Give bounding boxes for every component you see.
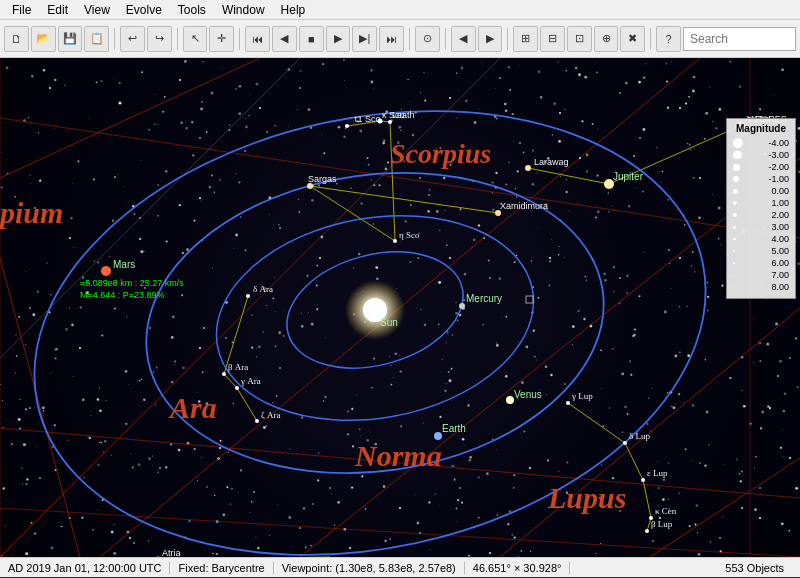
tb-realtime[interactable]: ⊙ (415, 26, 440, 52)
menu-help[interactable]: Help (273, 1, 314, 19)
svg-point-83 (329, 487, 331, 489)
mag-label-3: -2.00 (768, 162, 789, 172)
svg-line-20 (568, 403, 625, 443)
magnitude-title: Magnitude (733, 123, 789, 134)
svg-point-55 (139, 217, 141, 219)
tb-remove[interactable]: ✖ (620, 26, 645, 52)
tb-add[interactable]: ⊕ (594, 26, 619, 52)
tb-stepfwd[interactable]: ▶| (352, 26, 377, 52)
mag-label-11: 6.00 (771, 258, 789, 268)
menu-evolve[interactable]: Evolve (118, 1, 170, 19)
tb-redo[interactable]: ↪ (147, 26, 172, 52)
svg-point-51 (619, 92, 621, 94)
toolbar-sep6 (507, 28, 508, 50)
status-viewpoint: Fixed: Barycentre (170, 562, 273, 574)
label-pium: pium (0, 196, 63, 229)
svg-point-89 (719, 537, 721, 539)
svg-point-97 (39, 477, 41, 479)
svg-point-115 (641, 478, 645, 482)
menu-edit[interactable]: Edit (39, 1, 76, 19)
toolbar-sep5 (445, 28, 446, 50)
label-gammaara: γ Ara (240, 376, 261, 386)
mag-label-12: 7.00 (771, 270, 789, 280)
svg-point-84 (399, 507, 401, 509)
svg-point-44 (179, 79, 181, 81)
svg-point-47 (299, 87, 301, 89)
svg-point-68 (79, 347, 81, 349)
svg-point-64 (699, 177, 701, 179)
svg-point-102 (345, 124, 349, 128)
tb-select[interactable]: ↖ (183, 26, 208, 52)
status-datetime: AD 2019 Jan 01, 12:00:00 UTC (8, 562, 170, 574)
label-kappacen: κ Cen (655, 506, 677, 516)
svg-rect-123 (526, 296, 533, 303)
svg-point-90 (759, 517, 761, 519)
label-atria: Atria (162, 548, 181, 557)
tb-grid3[interactable]: ⊡ (567, 26, 592, 52)
tb-save[interactable]: 💾 (58, 26, 83, 52)
tb-save2[interactable]: 📋 (84, 26, 109, 52)
mag-row-10: 5.00 (733, 246, 789, 256)
tb-open[interactable]: 📂 (31, 26, 56, 52)
sky-overlay: Scorpius Ara Norma Lupus Triangulum pium… (0, 58, 800, 557)
svg-point-58 (319, 257, 321, 259)
mag-row-5: 0.00 (733, 186, 789, 196)
tb-grid1[interactable]: ⊞ (513, 26, 538, 52)
tb-fastfwd[interactable]: ⏭ (379, 26, 404, 52)
search-input[interactable] (683, 27, 796, 51)
mars-info-2: M=4.644 : P=23.89% (80, 290, 165, 300)
label-lupus: Lupus (547, 481, 626, 514)
toolbar-sep7 (650, 28, 651, 50)
tb-zoom-next[interactable]: ▶ (478, 26, 503, 52)
mag-row-3: -2.00 (733, 162, 789, 172)
tb-help[interactable]: ? (656, 26, 681, 52)
label-venus: Venus (514, 389, 542, 400)
svg-point-49 (499, 77, 501, 79)
svg-point-36 (459, 303, 465, 309)
tb-new[interactable]: 🗋 (4, 26, 29, 52)
label-deltaara: δ Ara (253, 284, 273, 294)
tb-stepback[interactable]: ◀ (272, 26, 297, 52)
tb-zoom-prev[interactable]: ◀ (451, 26, 476, 52)
statusbar: AD 2019 Jan 01, 12:00:00 UTC Fixed: Bary… (0, 557, 800, 577)
menu-view[interactable]: View (76, 1, 118, 19)
svg-point-48 (449, 97, 451, 99)
svg-point-46 (259, 107, 261, 109)
mars-info-1: =5.089e8 km : 25.27 km/s (80, 278, 184, 288)
svg-point-42 (49, 87, 51, 89)
label-zetaara: ζ Ara (261, 410, 280, 420)
mag-row-4: -1.00 (733, 174, 789, 184)
menu-file[interactable]: File (4, 1, 39, 19)
svg-line-12 (0, 508, 800, 557)
tb-stop[interactable]: ■ (299, 26, 324, 52)
status-objects: 553 Objects (717, 562, 792, 574)
svg-point-91 (69, 517, 71, 519)
mag-label-6: 1.00 (771, 198, 789, 208)
svg-point-104 (388, 120, 392, 124)
sky-view[interactable]: Scorpius Ara Norma Lupus Triangulum pium… (0, 58, 800, 557)
svg-point-39 (101, 266, 111, 276)
svg-point-92 (129, 537, 131, 539)
tb-rewind[interactable]: ⏮ (245, 26, 270, 52)
tb-undo[interactable]: ↩ (120, 26, 145, 52)
svg-point-37 (506, 396, 514, 404)
mag-row-12: 7.00 (733, 270, 789, 280)
menu-window[interactable]: Window (214, 1, 273, 19)
svg-point-113 (566, 401, 570, 405)
menu-tools[interactable]: Tools (170, 1, 214, 19)
menubar: File Edit View Evolve Tools Window Help (0, 0, 800, 20)
mag-row-11: 6.00 (733, 258, 789, 268)
svg-point-79 (29, 407, 31, 409)
svg-point-96 (489, 552, 491, 554)
svg-point-50 (559, 112, 561, 114)
svg-point-95 (419, 532, 421, 534)
svg-line-26 (237, 388, 257, 421)
mag-label-8: 3.00 (771, 222, 789, 232)
svg-point-94 (349, 547, 351, 549)
mag-label-13: 8.00 (771, 282, 789, 292)
svg-point-61 (519, 142, 521, 144)
tb-play[interactable]: ▶ (326, 26, 351, 52)
tb-grid2[interactable]: ⊟ (540, 26, 565, 52)
label-mars: Mars (113, 259, 135, 270)
tb-crosshair[interactable]: ✛ (209, 26, 234, 52)
